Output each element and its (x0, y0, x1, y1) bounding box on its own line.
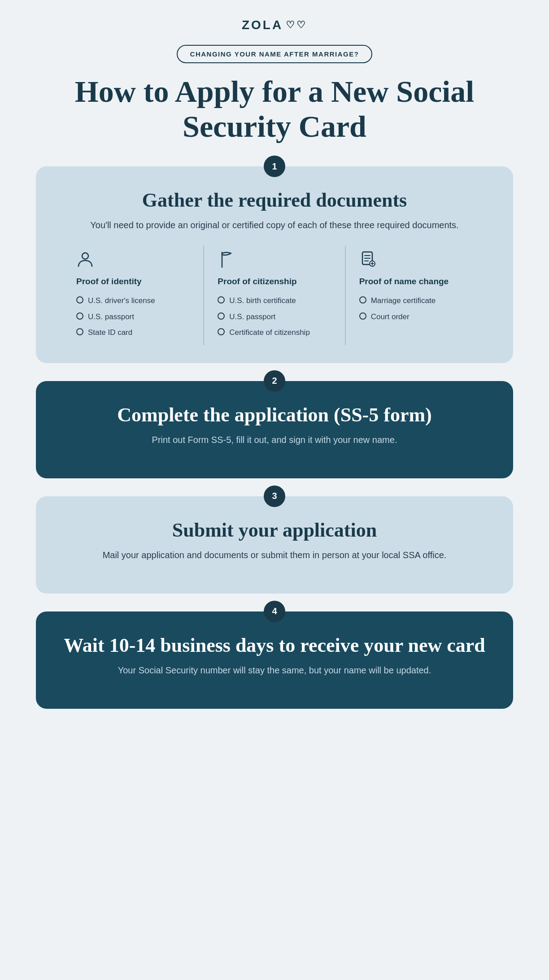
list-item: U.S. birth certificate (218, 293, 331, 309)
step-2-wrapper: 2 Complete the application (SS-5 form) P… (36, 381, 513, 478)
list-item: U.S. passport (76, 309, 190, 325)
step-1-title: Gather the required documents (63, 189, 486, 212)
logo: ZOLA ♡♡ (242, 18, 307, 32)
step-1-card: Gather the required documents You'll nee… (36, 166, 513, 363)
doc-list-identity: U.S. driver's license U.S. passport Stat… (76, 293, 190, 341)
step-3-number: 3 (264, 486, 285, 507)
step-2-card: Complete the application (SS-5 form) Pri… (36, 381, 513, 478)
doc-list-namechange: Marriage certificate Court order (359, 293, 473, 325)
doc-column-identity: Proof of identity U.S. driver's license … (63, 246, 204, 345)
main-title: How to Apply for a New Social Security C… (36, 74, 513, 144)
step-1-wrapper: 1 Gather the required documents You'll n… (36, 166, 513, 363)
step-4-wrapper: 4 Wait 10-14 business days to receive yo… (36, 611, 513, 709)
person-icon (76, 250, 190, 272)
list-item: Court order (359, 309, 473, 325)
doc-column-namechange: Proof of name change Marriage certificat… (346, 246, 486, 345)
bullet-icon (359, 296, 366, 304)
badge: Changing your name after marriage? (177, 45, 373, 63)
bullet-icon (359, 312, 366, 320)
bullet-icon (218, 296, 225, 304)
doc-column-citizenship: Proof of citizenship U.S. birth certific… (204, 246, 345, 345)
doc-col-title-identity: Proof of identity (76, 277, 190, 286)
bullet-icon (218, 328, 225, 335)
step-4-number: 4 (264, 601, 285, 622)
document-icon (359, 250, 473, 272)
bullet-icon (76, 312, 83, 320)
list-item: State ID card (76, 325, 190, 341)
step-3-card: Submit your application Mail your applic… (36, 496, 513, 594)
doc-col-title-namechange: Proof of name change (359, 277, 473, 286)
list-item: U.S. passport (218, 309, 331, 325)
doc-list-citizenship: U.S. birth certificate U.S. passport Cer… (218, 293, 331, 341)
documents-grid: Proof of identity U.S. driver's license … (63, 246, 486, 345)
step-2-title: Complete the application (SS-5 form) (63, 403, 486, 426)
bullet-icon (76, 328, 83, 335)
step-1-desc: You'll need to provide an original or ce… (63, 218, 486, 232)
step-4-desc: Your Social Security number will stay th… (63, 663, 486, 677)
step-2-desc: Print out Form SS-5, fill it out, and si… (63, 433, 486, 447)
step-4-title: Wait 10-14 business days to receive your… (63, 634, 486, 657)
step-3-title: Submit your application (63, 519, 486, 542)
step-3-wrapper: 3 Submit your application Mail your appl… (36, 496, 513, 594)
logo-text: ZOLA (242, 18, 283, 32)
bullet-icon (218, 312, 225, 320)
flag-icon (218, 250, 331, 272)
step-1-number: 1 (264, 156, 285, 177)
step-2-number: 2 (264, 370, 285, 392)
doc-col-title-citizenship: Proof of citizenship (218, 277, 331, 286)
svg-point-0 (82, 253, 88, 259)
logo-hearts: ♡♡ (286, 19, 307, 31)
step-4-card: Wait 10-14 business days to receive your… (36, 611, 513, 709)
bullet-icon (76, 296, 83, 304)
list-item: Certificate of citizenship (218, 325, 331, 341)
step-3-desc: Mail your application and documents or s… (63, 548, 486, 562)
list-item: U.S. driver's license (76, 293, 190, 309)
list-item: Marriage certificate (359, 293, 473, 309)
